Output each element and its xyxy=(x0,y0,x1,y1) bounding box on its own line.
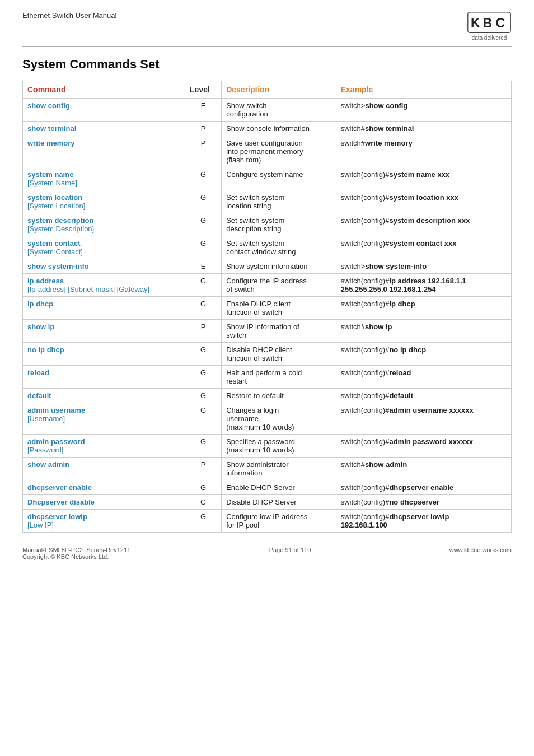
cell-level: G xyxy=(185,389,222,403)
cell-description: Show administratorinformation xyxy=(222,458,336,480)
cell-example: switch(config)#system contact xxx xyxy=(336,236,511,259)
table-row: show adminPShow administratorinformation… xyxy=(23,458,512,480)
table-row: dhcpserver lowip[Low IP]GConfigure low I… xyxy=(23,510,512,533)
col-header-example: Example xyxy=(336,81,511,99)
cell-description: Changes a loginusername.(maximum 10 word… xyxy=(222,403,336,435)
cell-example: switch#show ip xyxy=(336,320,511,343)
cell-description: Specifies a password(maximum 10 words) xyxy=(222,435,336,458)
cell-example: switch>show config xyxy=(336,99,511,122)
cell-example: switch(config)#system name xxx xyxy=(336,167,511,190)
cell-command: system contact[System Contact] xyxy=(23,236,185,259)
table-row: system name[System Name]GConfigure syste… xyxy=(23,167,512,190)
cell-level: G xyxy=(185,236,222,259)
table-row: system description[System Description]GS… xyxy=(23,213,512,236)
cell-level: G xyxy=(185,274,222,297)
cell-level: G xyxy=(185,366,222,389)
cell-description: Show switchconfiguration xyxy=(222,99,336,122)
cell-example: switch(config)#system location xxx xyxy=(336,190,511,213)
cell-example: switch(config)#no dhcpserver xyxy=(336,495,511,510)
logo-tagline: data delivered xyxy=(472,35,507,41)
cell-example: switch(config)#no ip dhcp xyxy=(336,343,511,366)
cell-level: P xyxy=(185,136,222,167)
cell-description: Disable DHCP clientfunction of switch xyxy=(222,343,336,366)
cell-command: Dhcpserver disable xyxy=(23,495,185,510)
cell-example: switch#show terminal xyxy=(336,122,511,136)
cell-description: Configure low IP addressfor IP pool xyxy=(222,510,336,533)
cell-level: G xyxy=(185,510,222,533)
cell-description: Configure system name xyxy=(222,167,336,190)
table-row: defaultGRestore to defaultswitch(config)… xyxy=(23,389,512,403)
table-row: show system-infoEShow system information… xyxy=(23,259,512,274)
table-row: ip dhcpGEnable DHCP clientfunction of sw… xyxy=(23,297,512,320)
cell-example: switch(config)#dhcpserver lowip192.168.1… xyxy=(336,510,511,533)
cell-description: Set switch systemcontact window string xyxy=(222,236,336,259)
table-row: ip address[Ip-address] [Subnet-mask] [Ga… xyxy=(23,274,512,297)
table-row: system contact[System Contact]GSet switc… xyxy=(23,236,512,259)
cell-level: E xyxy=(185,99,222,122)
cell-level: P xyxy=(185,320,222,343)
cell-level: G xyxy=(185,495,222,510)
cell-level: G xyxy=(185,167,222,190)
page-title: System Commands Set xyxy=(22,57,512,72)
cell-command: show ip xyxy=(23,320,185,343)
cell-command: reload xyxy=(23,366,185,389)
table-row: no ip dhcpGDisable DHCP clientfunction o… xyxy=(23,343,512,366)
table-row: write memoryPSave user configurationinto… xyxy=(23,136,512,167)
cell-description: Halt and perform a coldrestart xyxy=(222,366,336,389)
table-row: Dhcpserver disableGDisable DHCP Serversw… xyxy=(23,495,512,510)
table-row: show configEShow switchconfigurationswit… xyxy=(23,99,512,122)
cell-level: P xyxy=(185,458,222,480)
cell-command: system location[System Location] xyxy=(23,190,185,213)
table-header-row: Command Level Description Example xyxy=(23,81,512,99)
cell-description: Restore to default xyxy=(222,389,336,403)
kbc-logo: K B C xyxy=(467,11,512,34)
cell-level: G xyxy=(185,297,222,320)
cell-level: E xyxy=(185,259,222,274)
cell-command: default xyxy=(23,389,185,403)
cell-description: Set switch systemdescription string xyxy=(222,213,336,236)
cell-command: admin password[Password] xyxy=(23,435,185,458)
cell-example: switch(config)#admin username xxxxxx xyxy=(336,403,511,435)
cell-description: Show console information xyxy=(222,122,336,136)
cell-command: system description[System Description] xyxy=(23,213,185,236)
cell-level: G xyxy=(185,213,222,236)
cell-description: Enable DHCP Server xyxy=(222,480,336,495)
cell-description: Configure the IP addressof switch xyxy=(222,274,336,297)
svg-text:C: C xyxy=(496,16,505,30)
table-row: show ipPShow IP information ofswitchswit… xyxy=(23,320,512,343)
footer-left: Manual-ESML8P-PC2_Series-Rev1211 Copyrig… xyxy=(22,547,130,560)
footer-center: Page 91 of 110 xyxy=(269,547,311,560)
cell-level: G xyxy=(185,480,222,495)
cell-description: Disable DHCP Server xyxy=(222,495,336,510)
cell-level: G xyxy=(185,343,222,366)
cell-example: switch(config)#ip address 192.168.1.1255… xyxy=(336,274,511,297)
cell-level: G xyxy=(185,403,222,435)
manual-title: Ethernet Switch User Manual xyxy=(22,11,116,20)
cell-example: switch(config)#dhcpserver enable xyxy=(336,480,511,495)
cell-command: dhcpserver lowip[Low IP] xyxy=(23,510,185,533)
cell-example: switch#write memory xyxy=(336,136,511,167)
cell-example: switch#show admin xyxy=(336,458,511,480)
cell-command: write memory xyxy=(23,136,185,167)
cell-command: admin username[Username] xyxy=(23,403,185,435)
cell-description: Show system information xyxy=(222,259,336,274)
cell-level: G xyxy=(185,190,222,213)
table-row: reloadGHalt and perform a coldrestartswi… xyxy=(23,366,512,389)
col-header-level: Level xyxy=(185,81,222,99)
cell-command: ip address[Ip-address] [Subnet-mask] [Ga… xyxy=(23,274,185,297)
table-row: show terminalPShow console informationsw… xyxy=(23,122,512,136)
table-row: system location[System Location]GSet swi… xyxy=(23,190,512,213)
cell-description: Set switch systemlocation string xyxy=(222,190,336,213)
svg-text:K: K xyxy=(471,16,480,30)
cell-example: switch(config)#admin password xxxxxx xyxy=(336,435,511,458)
cell-command: system name[System Name] xyxy=(23,167,185,190)
cell-example: switch(config)#system description xxx xyxy=(336,213,511,236)
col-header-command: Command xyxy=(23,81,185,99)
cell-command: dhcpserver enable xyxy=(23,480,185,495)
table-row: dhcpserver enableGEnable DHCP Serverswit… xyxy=(23,480,512,495)
cell-command: show config xyxy=(23,99,185,122)
logo-box: K B C data delivered xyxy=(467,11,512,41)
cell-command: show terminal xyxy=(23,122,185,136)
svg-text:B: B xyxy=(483,16,492,30)
table-row: admin password[Password]GSpecifies a pas… xyxy=(23,435,512,458)
